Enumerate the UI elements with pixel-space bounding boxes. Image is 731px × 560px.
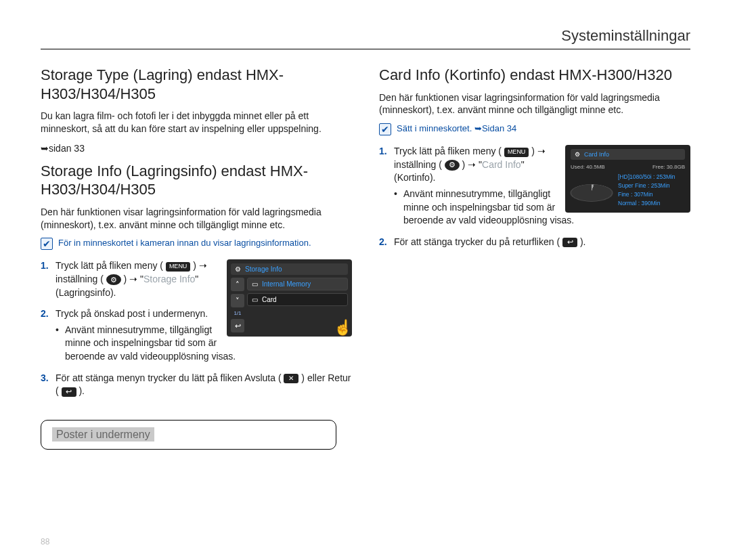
close-icon: ✕ xyxy=(284,374,298,383)
header-title: Systeminställningar xyxy=(561,27,690,44)
card-info-body: Den här funktionen visar lagringsinforma… xyxy=(379,91,690,117)
card-info-heading: Card Info (Kortinfo) endast HMX-H300/H32… xyxy=(379,66,690,85)
storage-info-step-2: Tryck på önskad post i undermenyn. Använ… xyxy=(41,307,352,363)
card-info-note-text: Sätt i minneskortet. ➥Sidan 34 xyxy=(397,123,516,135)
storage-info-heading: Storage Info (Lagringsinfo) endast HMX-H… xyxy=(41,162,352,199)
return-icon: ↩ xyxy=(562,238,577,247)
storage-type-pageref: ➥sidan 33 xyxy=(41,142,352,155)
storage-info-step-3: För att stänga menyn trycker du lätt på … xyxy=(41,372,352,398)
storage-info-step-1: Tryck lätt på fliken meny ( MENU ) ➝ ins… xyxy=(41,259,352,299)
card-info-steps: Tryck lätt på fliken meny ( MENU ) ➝ ins… xyxy=(379,145,690,249)
storage-info-step-2-bullet: Använt minnesutrymme, tillgängligt minne… xyxy=(56,324,352,364)
storage-info-note: ✔ För in minneskortet i kameran innan du… xyxy=(41,238,352,250)
storage-info-steps-wrap: ⚙ Storage Info ˄ ˅ 1/1 ↩ ▭ Internal Memo… xyxy=(41,259,352,406)
two-column-layout: Storage Type (Lagring) endast HMX-H303/H… xyxy=(41,66,690,450)
card-info-steps-wrap: ⚙ Card Info Used: 40.5MB Free: 30.8GB [H… xyxy=(379,145,690,257)
left-column: Storage Type (Lagring) endast HMX-H303/H… xyxy=(41,66,352,450)
storage-info-body: Den här funktionen visar lagringsinforma… xyxy=(41,206,352,232)
card-info-step-2: För att stänga trycker du på returfliken… xyxy=(379,236,690,249)
gear-icon: ⚙ xyxy=(445,160,460,171)
storage-info-steps: Tryck lätt på fliken meny ( MENU ) ➝ ins… xyxy=(41,259,352,397)
submenu-box: Poster i undermeny xyxy=(41,420,336,450)
card-info-step-1: Tryck lätt på fliken meny ( MENU ) ➝ ins… xyxy=(379,145,690,228)
storage-type-body: Du kan lagra film- och fotofi ler i det … xyxy=(41,110,352,135)
menu-icon: MENU xyxy=(166,262,191,272)
gear-icon: ⚙ xyxy=(106,274,121,285)
check-icon: ✔ xyxy=(41,238,53,250)
storage-type-heading: Storage Type (Lagring) endast HMX-H303/H… xyxy=(41,66,352,103)
storage-info-note-text: För in minneskortet i kameran innan du v… xyxy=(58,238,311,249)
menu-icon: MENU xyxy=(504,148,529,157)
card-info-note: ✔ Sätt i minneskortet. ➥Sidan 34 xyxy=(379,123,690,135)
right-column: Card Info (Kortinfo) endast HMX-H300/H32… xyxy=(379,66,690,450)
submenu-label: Poster i undermeny xyxy=(52,427,154,441)
card-info-step-1-bullet: Använt minnesutrymme, tillgängligt minne… xyxy=(394,188,690,228)
page-header: Systeminställningar xyxy=(41,27,690,49)
return-icon: ↩ xyxy=(62,387,76,397)
check-icon: ✔ xyxy=(379,123,391,135)
